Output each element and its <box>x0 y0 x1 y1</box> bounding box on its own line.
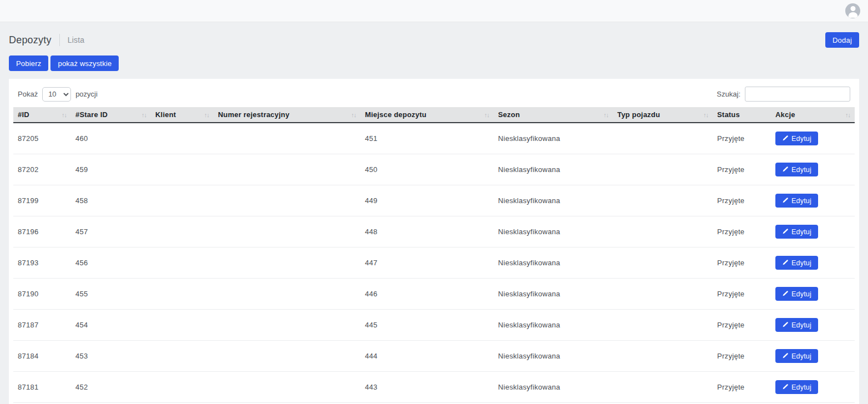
cell-stare_id: 452 <box>71 372 151 403</box>
cell-typ <box>613 185 713 216</box>
table-row: 87199458449NiesklasyfikowanaPrzyjęteEdyt… <box>13 185 855 216</box>
table-controls: Pokaż 10 pozycji Szukaj: <box>13 79 855 107</box>
sort-arrows-icon[interactable]: ↑↓ <box>703 112 708 118</box>
actions-cell: Edytuj <box>771 279 855 310</box>
column-header-id[interactable]: #ID↑↓ <box>13 107 71 123</box>
table-row: 87205460451NiesklasyfikowanaPrzyjęteEdyt… <box>13 123 855 154</box>
column-label: Miejsce depozytu <box>365 110 427 119</box>
cell-numer <box>214 248 361 279</box>
cell-miejsce: 449 <box>361 185 494 216</box>
breadcrumb-divider <box>59 34 60 46</box>
cell-numer <box>214 310 361 341</box>
sort-arrows-icon[interactable]: ↑↓ <box>603 112 608 118</box>
cell-status: Przyjęte <box>713 154 771 185</box>
deposits-table: #ID↑↓#Stare ID↑↓Klient↑↓Numer rejestracy… <box>13 107 855 404</box>
column-header-miejsce[interactable]: Miejsce depozytu↑↓ <box>361 107 494 123</box>
user-avatar[interactable] <box>845 3 860 18</box>
cell-typ <box>613 154 713 185</box>
cell-sezon: Niesklasyfikowana <box>494 185 613 216</box>
table-body: 87205460451NiesklasyfikowanaPrzyjęteEdyt… <box>13 123 855 404</box>
page-title: Depozyty <box>9 34 52 46</box>
actions-cell: Edytuj <box>771 248 855 279</box>
user-avatar-icon <box>850 6 855 11</box>
cell-status: Przyjęte <box>713 185 771 216</box>
cell-klient <box>151 154 214 185</box>
actions-cell: Edytuj <box>771 310 855 341</box>
cell-status: Przyjęte <box>713 248 771 279</box>
column-header-klient[interactable]: Klient↑↓ <box>151 107 214 123</box>
table-row: 87181452443NiesklasyfikowanaPrzyjęteEdyt… <box>13 372 855 403</box>
table-row: 87184453444NiesklasyfikowanaPrzyjęteEdyt… <box>13 341 855 372</box>
edit-button-label: Edytuj <box>791 383 811 391</box>
add-button[interactable]: Dodaj <box>825 32 859 48</box>
sort-arrows-icon[interactable]: ↑↓ <box>845 112 850 118</box>
column-header-stare_id[interactable]: #Stare ID↑↓ <box>71 107 151 123</box>
cell-id: 87193 <box>13 248 71 279</box>
edit-button[interactable]: Edytuj <box>775 132 818 145</box>
cell-sezon: Niesklasyfikowana <box>494 123 613 154</box>
table-head: #ID↑↓#Stare ID↑↓Klient↑↓Numer rejestracy… <box>13 107 855 123</box>
cell-status: Przyjęte <box>713 123 771 154</box>
download-button[interactable]: Pobierz <box>9 55 48 71</box>
cell-stare_id: 458 <box>71 185 151 216</box>
search-input[interactable] <box>745 87 850 102</box>
edit-button[interactable]: Edytuj <box>775 287 818 301</box>
actions-cell: Edytuj <box>771 216 855 248</box>
cell-klient <box>151 310 214 341</box>
column-label: Akcje <box>775 110 795 119</box>
edit-button[interactable]: Edytuj <box>775 163 818 176</box>
cell-klient <box>151 341 214 372</box>
pencil-icon <box>782 229 788 235</box>
sort-arrows-icon[interactable]: ↑↓ <box>62 112 67 118</box>
edit-button-label: Edytuj <box>791 228 811 236</box>
edit-button-label: Edytuj <box>791 166 811 174</box>
cell-klient <box>151 123 214 154</box>
cell-typ <box>613 372 713 403</box>
cell-miejsce: 447 <box>361 248 494 279</box>
cell-id: 87181 <box>13 372 71 403</box>
cell-numer <box>214 185 361 216</box>
edit-button[interactable]: Edytuj <box>775 256 818 270</box>
edit-button[interactable]: Edytuj <box>775 318 818 332</box>
column-header-numer[interactable]: Numer rejestracyjny↑↓ <box>214 107 361 123</box>
user-avatar-icon-body <box>848 12 857 18</box>
column-label: Status <box>717 110 740 119</box>
edit-button-label: Edytuj <box>791 290 811 298</box>
column-header-status[interactable]: Status <box>713 107 771 123</box>
cell-miejsce: 446 <box>361 279 494 310</box>
sort-arrows-icon[interactable]: ↑↓ <box>351 112 356 118</box>
cell-id: 87187 <box>13 310 71 341</box>
edit-button-label: Edytuj <box>791 321 811 329</box>
cell-sezon: Niesklasyfikowana <box>494 279 613 310</box>
column-header-sezon[interactable]: Sezon↑↓ <box>494 107 613 123</box>
sort-arrows-icon[interactable]: ↑↓ <box>204 112 209 118</box>
cell-miejsce: 448 <box>361 216 494 248</box>
column-label: Numer rejestracyjny <box>218 110 290 119</box>
sort-arrows-icon[interactable]: ↑↓ <box>484 112 489 118</box>
show-all-button[interactable]: pokaż wszystkie <box>50 55 119 71</box>
cell-miejsce: 443 <box>361 372 494 403</box>
page-length-select[interactable]: 10 <box>42 87 71 102</box>
column-header-typ[interactable]: Typ pojazdu↑↓ <box>613 107 713 123</box>
edit-button[interactable]: Edytuj <box>775 194 818 208</box>
cell-klient <box>151 185 214 216</box>
page-length-control: Pokaż 10 pozycji <box>18 87 98 102</box>
table-row: 87193456447NiesklasyfikowanaPrzyjęteEdyt… <box>13 248 855 279</box>
edit-button[interactable]: Edytuj <box>775 225 818 239</box>
cell-typ <box>613 341 713 372</box>
main-content: Depozyty Lista Dodaj Pobierz pokaż wszys… <box>0 32 868 404</box>
cell-status: Przyjęte <box>713 279 771 310</box>
edit-button[interactable]: Edytuj <box>775 380 818 394</box>
cell-status: Przyjęte <box>713 341 771 372</box>
sort-arrows-icon[interactable]: ↑↓ <box>141 112 146 118</box>
actions-cell: Edytuj <box>771 372 855 403</box>
cell-numer <box>214 216 361 248</box>
column-header-akcje[interactable]: Akcje↑↓ <box>771 107 855 123</box>
cell-stare_id: 457 <box>71 216 151 248</box>
column-label: #ID <box>18 110 29 119</box>
cell-miejsce: 445 <box>361 310 494 341</box>
pencil-icon <box>782 384 788 390</box>
cell-miejsce: 451 <box>361 123 494 154</box>
edit-button[interactable]: Edytuj <box>775 349 818 363</box>
pencil-icon <box>782 166 788 173</box>
